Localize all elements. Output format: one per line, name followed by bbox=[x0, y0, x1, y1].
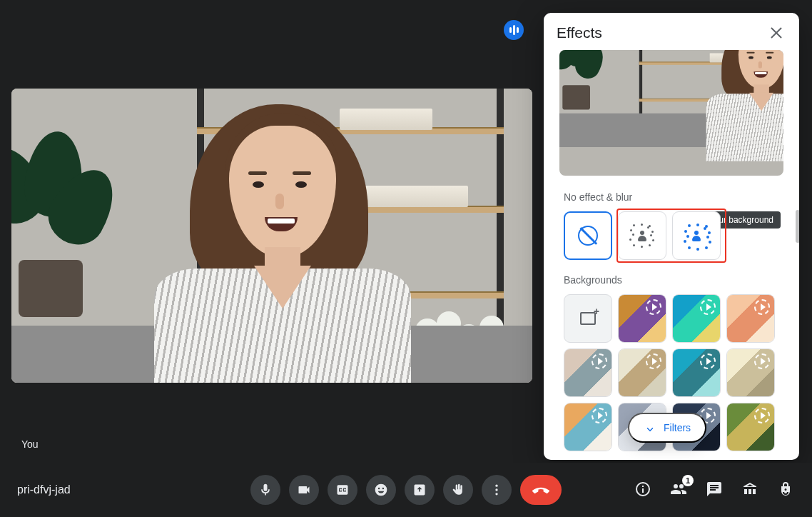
animated-indicator-icon bbox=[754, 408, 770, 423]
blur-option[interactable] bbox=[672, 211, 721, 260]
animated-indicator-icon bbox=[592, 408, 607, 423]
captions-icon bbox=[335, 483, 350, 497]
microphone-button[interactable] bbox=[250, 475, 280, 505]
animated-indicator-icon bbox=[646, 353, 661, 369]
raise-hand-icon bbox=[451, 483, 465, 497]
activities-button[interactable] bbox=[741, 481, 759, 499]
animated-indicator-icon bbox=[646, 299, 661, 315]
more-options-button[interactable] bbox=[482, 475, 512, 505]
background-option-1[interactable] bbox=[618, 294, 666, 343]
animated-indicator-icon bbox=[700, 299, 716, 315]
people-button[interactable]: 1 bbox=[669, 481, 688, 499]
blur-icon bbox=[684, 223, 709, 249]
lock-person-icon bbox=[777, 481, 794, 498]
people-count-badge: 1 bbox=[682, 475, 694, 486]
background-option-3[interactable] bbox=[726, 294, 775, 343]
filters-chip-label: Filters bbox=[664, 422, 691, 433]
meeting-details-button[interactable] bbox=[634, 481, 652, 499]
camera-icon bbox=[297, 483, 311, 497]
audio-levels-icon bbox=[504, 20, 524, 40]
microphone-icon bbox=[258, 483, 273, 497]
effects-panel: Effects bbox=[544, 13, 799, 460]
animated-indicator-icon bbox=[700, 353, 716, 369]
svg-point-0 bbox=[495, 485, 497, 487]
effects-preview bbox=[559, 50, 783, 176]
animated-indicator-icon bbox=[592, 353, 607, 369]
blur-options-row bbox=[564, 211, 799, 260]
panel-scrollbar[interactable] bbox=[796, 210, 799, 243]
slight-blur-icon bbox=[629, 223, 655, 249]
svg-point-2 bbox=[495, 493, 497, 495]
call-controls bbox=[250, 475, 562, 505]
no-effect-option[interactable] bbox=[564, 211, 612, 260]
close-icon[interactable] bbox=[766, 23, 786, 43]
background-option-5[interactable] bbox=[618, 348, 666, 397]
self-video-person bbox=[161, 97, 404, 383]
background-option-4[interactable] bbox=[564, 348, 612, 397]
info-icon bbox=[634, 481, 651, 498]
no-effect-blur-label: No effect & blur bbox=[564, 191, 799, 203]
reactions-button[interactable] bbox=[366, 475, 396, 505]
activities-icon bbox=[741, 481, 758, 498]
no-effect-icon bbox=[578, 226, 598, 246]
host-controls-button[interactable] bbox=[776, 481, 795, 499]
upload-background-button[interactable] bbox=[564, 294, 612, 343]
background-option-6[interactable] bbox=[672, 348, 721, 397]
add-image-icon bbox=[580, 312, 596, 325]
leave-call-button[interactable] bbox=[520, 475, 562, 505]
hangup-icon bbox=[532, 481, 550, 499]
chat-button[interactable] bbox=[705, 481, 724, 499]
slight-blur-option[interactable] bbox=[618, 211, 666, 260]
camera-button[interactable] bbox=[289, 475, 319, 505]
animated-indicator-icon bbox=[754, 353, 770, 369]
background-option-11[interactable] bbox=[726, 403, 775, 451]
self-video-tile bbox=[11, 89, 532, 383]
captions-button[interactable] bbox=[328, 475, 357, 505]
bottom-bar: pri-dfvj-jad 1 bbox=[0, 463, 812, 517]
right-controls: 1 bbox=[634, 481, 795, 499]
background-option-7[interactable] bbox=[726, 348, 775, 397]
effects-panel-title: Effects bbox=[557, 24, 602, 41]
more-vertical-icon bbox=[489, 483, 504, 497]
backgrounds-label: Backgrounds bbox=[564, 274, 799, 286]
chat-icon bbox=[706, 481, 723, 498]
svg-point-1 bbox=[495, 488, 497, 491]
background-option-8[interactable] bbox=[564, 403, 612, 451]
participant-name-label: You bbox=[21, 438, 39, 450]
raise-hand-button[interactable] bbox=[443, 475, 473, 505]
emoji-icon bbox=[374, 483, 388, 497]
present-icon bbox=[412, 483, 427, 497]
background-option-2[interactable] bbox=[672, 294, 721, 343]
filters-chip[interactable]: Filters bbox=[628, 413, 706, 443]
animated-indicator-icon bbox=[754, 299, 770, 315]
present-button[interactable] bbox=[405, 475, 435, 505]
arrow-down-icon bbox=[644, 421, 656, 434]
meeting-code: pri-dfvj-jad bbox=[17, 483, 71, 496]
